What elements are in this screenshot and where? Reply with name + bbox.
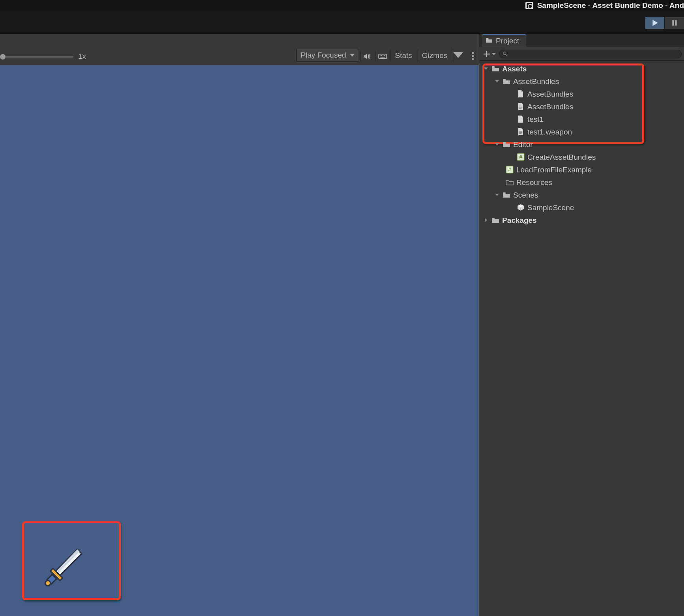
file-icon: [516, 115, 525, 123]
tree-item-test1[interactable]: test1: [479, 113, 684, 125]
gizmos-button[interactable]: Gizmos: [418, 50, 451, 62]
expand-arrow-icon: [494, 79, 500, 83]
plus-icon: [483, 50, 490, 58]
tree-item-createassetbundles[interactable]: # CreateAssetBundles: [479, 151, 684, 163]
svg-rect-8: [379, 55, 380, 56]
tree-item-editor-folder[interactable]: Editor: [479, 138, 684, 151]
file-icon: [516, 90, 525, 98]
svg-marker-18: [57, 549, 79, 572]
play-icon: [651, 19, 658, 26]
svg-rect-12: [380, 57, 385, 58]
window-title: SampleScene - Asset Bundle Demo - And: [537, 1, 684, 10]
folder-icon: [486, 37, 493, 45]
svg-marker-4: [364, 54, 367, 59]
folder-outline-icon: [505, 178, 514, 187]
pause-icon: [671, 19, 678, 26]
svg-marker-13: [453, 52, 463, 58]
svg-rect-10: [383, 55, 383, 56]
chevron-down-icon: [492, 50, 496, 58]
project-tab[interactable]: Project: [482, 34, 526, 47]
keyboard-icon: [378, 53, 387, 60]
svg-rect-30: [519, 107, 522, 108]
svg-marker-44: [485, 218, 487, 222]
csharp-script-icon: #: [505, 165, 514, 174]
project-panel: Project: [479, 34, 684, 616]
svg-point-14: [472, 52, 474, 54]
text-file-icon: [516, 127, 525, 136]
play-focused-dropdown[interactable]: Play Focused: [296, 49, 359, 62]
csharp-script-icon: #: [516, 153, 525, 161]
tree-item-assetbundles-folder[interactable]: AssetBundles: [479, 75, 684, 88]
gizmos-dropdown[interactable]: [453, 49, 463, 62]
folder-icon: [502, 140, 511, 149]
svg-rect-5: [368, 54, 369, 58]
keyboard-toggle-button[interactable]: [376, 51, 389, 62]
svg-rect-11: [384, 55, 385, 56]
svg-point-21: [45, 581, 50, 586]
svg-rect-32: [519, 131, 522, 132]
svg-rect-34: [519, 133, 521, 134]
svg-marker-24: [492, 53, 496, 55]
project-tab-label: Project: [496, 37, 519, 45]
audio-toggle-button[interactable]: [361, 51, 374, 62]
main-toolbar: [0, 11, 684, 34]
svg-rect-29: [519, 106, 522, 106]
project-search-input[interactable]: [499, 50, 682, 58]
tree-item-test1weapon[interactable]: test1.weapon: [479, 125, 684, 138]
scale-label: 1x: [78, 52, 86, 62]
svg-point-15: [472, 55, 474, 57]
svg-rect-6: [369, 54, 370, 59]
expand-arrow-icon: [494, 142, 500, 146]
tree-item-scenes-folder[interactable]: Scenes: [479, 189, 684, 201]
panel-menu-button[interactable]: [467, 50, 479, 62]
audio-icon: [363, 53, 372, 60]
svg-point-16: [472, 58, 474, 60]
svg-text:#: #: [519, 154, 522, 160]
expand-arrow-icon: [494, 193, 500, 197]
svg-marker-0: [652, 20, 658, 26]
folder-icon: [502, 190, 511, 199]
tree-item-assetbundles-file2[interactable]: AssetBundles: [479, 100, 684, 113]
svg-rect-9: [381, 55, 382, 56]
unity-logo-icon: [525, 2, 533, 9]
expand-arrow-icon: [483, 67, 489, 71]
tree-item-assets[interactable]: Assets: [479, 62, 684, 75]
tree-item-resources[interactable]: Resources: [479, 176, 684, 189]
project-tree[interactable]: Assets AssetBundles AssetBundles: [479, 61, 684, 228]
scale-slider[interactable]: [0, 56, 73, 58]
svg-marker-28: [495, 80, 499, 82]
svg-marker-3: [350, 54, 355, 56]
svg-marker-35: [495, 143, 499, 146]
game-view-panel: 1x Play Focused: [0, 34, 479, 616]
tree-item-packages[interactable]: Packages: [479, 214, 684, 226]
svg-marker-27: [484, 67, 488, 70]
game-viewport[interactable]: [0, 65, 479, 616]
folder-icon: [491, 64, 500, 73]
svg-rect-31: [519, 108, 521, 109]
play-button[interactable]: [645, 17, 664, 29]
game-view-toolbar: 1x Play Focused: [0, 34, 479, 65]
chevron-down-icon: [350, 51, 355, 60]
svg-rect-23: [484, 53, 490, 54]
project-toolbar: [479, 47, 684, 61]
create-asset-button[interactable]: [482, 49, 497, 59]
svg-text:#: #: [508, 166, 511, 172]
kebab-icon: [472, 52, 474, 60]
search-icon: [503, 51, 508, 57]
tree-item-loadfromfile[interactable]: # LoadFromFileExample: [479, 163, 684, 176]
folder-icon: [491, 216, 500, 224]
stats-button[interactable]: Stats: [391, 50, 416, 62]
collapse-arrow-icon: [483, 218, 489, 222]
svg-point-25: [503, 52, 506, 54]
panel-tabs: Project: [479, 34, 684, 47]
pause-button[interactable]: [665, 17, 684, 29]
svg-rect-1: [672, 20, 674, 26]
svg-rect-7: [379, 54, 387, 59]
svg-rect-2: [675, 20, 677, 26]
svg-marker-40: [495, 194, 499, 196]
tree-item-samplescene[interactable]: SampleScene: [479, 201, 684, 214]
text-file-icon: [516, 102, 525, 111]
sword-sprite: [43, 545, 86, 588]
tree-item-assetbundles-file1[interactable]: AssetBundles: [479, 88, 684, 100]
folder-icon: [502, 77, 511, 86]
